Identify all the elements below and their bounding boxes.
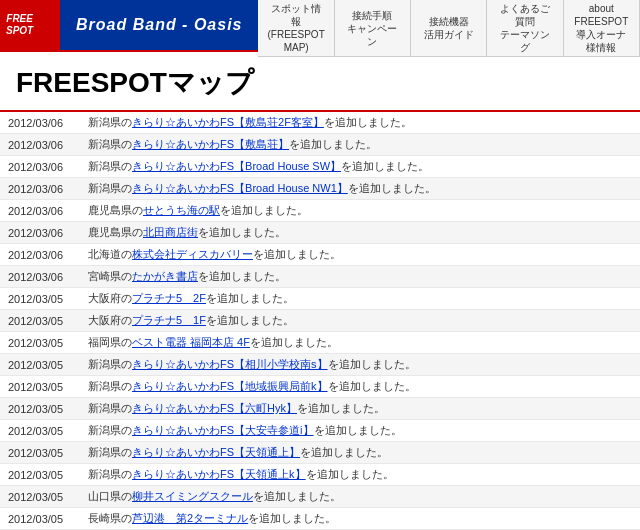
info-cell: 山口県の柳井スイミングスクールを追加しました。 [80,486,640,508]
date-cell: 2012/03/06 [0,112,80,134]
info-cell: 長崎県の芦辺港 第2ターミナルを追加しました。 [80,508,640,530]
info-cell: 新潟県のきらり☆あいかわFS【Broad House NW1】を追加しました。 [80,178,640,200]
table-row: 2012/03/05山口県の柳井スイミングスクールを追加しました。 [0,486,640,508]
info-cell: 新潟県のきらり☆あいかわFS【天領通上】を追加しました。 [80,442,640,464]
date-cell: 2012/03/05 [0,508,80,530]
table-row: 2012/03/05新潟県のきらり☆あいかわFS【六町Hyk】を追加しました。 [0,398,640,420]
date-cell: 2012/03/06 [0,244,80,266]
table-row: 2012/03/06鹿児島県の北田商店街を追加しました。 [0,222,640,244]
entry-link[interactable]: きらり☆あいかわFS【Broad House NW1】 [132,182,348,194]
date-cell: 2012/03/05 [0,486,80,508]
info-cell: 福岡県のベスト電器 福岡本店 4Fを追加しました。 [80,332,640,354]
entry-link[interactable]: きらり☆あいかわFS【敷島荘】 [132,138,289,150]
nav-device[interactable]: 接続機器活用ガイド [411,0,487,56]
entry-link[interactable]: ベスト電器 福岡本店 4F [132,336,250,348]
date-cell: 2012/03/05 [0,420,80,442]
date-cell: 2012/03/06 [0,222,80,244]
table-row: 2012/03/06宮崎県のたかがき書店を追加しました。 [0,266,640,288]
info-cell: 北海道の株式会社ディスカバリーを追加しました。 [80,244,640,266]
entry-link[interactable]: 芦辺港 第2ターミナル [132,512,248,524]
entry-link[interactable]: プラチナ5 2F [132,292,206,304]
info-cell: 新潟県のきらり☆あいかわFS【相川小学校南s】を追加しました。 [80,354,640,376]
date-cell: 2012/03/06 [0,200,80,222]
table-row: 2012/03/05大阪府のプラチナ5 2Fを追加しました。 [0,288,640,310]
date-cell: 2012/03/05 [0,288,80,310]
table-row: 2012/03/06鹿児島県のせとうち海の駅を追加しました。 [0,200,640,222]
entry-link[interactable]: きらり☆あいかわFS【天領通上】 [132,446,300,458]
entry-link[interactable]: 柳井スイミングスクール [132,490,253,502]
nav-top: スポット情報(FREESPOT MAP) 接続手順キャンペーン 接続機器活用ガイ… [258,0,640,57]
info-cell: 大阪府のプラチナ5 1Fを追加しました。 [80,310,640,332]
entry-link[interactable]: 北田商店街 [143,226,198,238]
nav-about[interactable]: about FREESPOT導入オーナ様情報 [564,0,640,56]
info-cell: 新潟県のきらり☆あいかわFS【天領通上k】を追加しました。 [80,464,640,486]
table-row: 2012/03/05新潟県のきらり☆あいかわFS【地域振興局前k】を追加しました… [0,376,640,398]
date-cell: 2012/03/06 [0,178,80,200]
info-cell: 新潟県のきらり☆あいかわFS【敷島荘】を追加しました。 [80,134,640,156]
table-row: 2012/03/05福岡県のベスト電器 福岡本店 4Fを追加しました。 [0,332,640,354]
entry-link[interactable]: 株式会社ディスカバリー [132,248,253,260]
table-row: 2012/03/05新潟県のきらり☆あいかわFS【大安寺参道i】を追加しました。 [0,420,640,442]
date-cell: 2012/03/06 [0,134,80,156]
entry-link[interactable]: せとうち海の駅 [143,204,220,216]
table-row: 2012/03/05新潟県のきらり☆あいかわFS【相川小学校南s】を追加しました… [0,354,640,376]
entry-link[interactable]: きらり☆あいかわFS【六町Hyk】 [132,402,297,414]
table-row: 2012/03/05長崎県の芦辺港 第2ターミナルを追加しました。 [0,508,640,530]
table-row: 2012/03/06北海道の株式会社ディスカバリーを追加しました。 [0,244,640,266]
entry-link[interactable]: きらり☆あいかわFS【大安寺参道i】 [132,424,314,436]
page-title: FREESPOTマップ [0,52,640,112]
table-row: 2012/03/06新潟県のきらり☆あいかわFS【Broad House NW1… [0,178,640,200]
date-cell: 2012/03/05 [0,464,80,486]
table-row: 2012/03/05新潟県のきらり☆あいかわFS【天領通上】を追加しました。 [0,442,640,464]
info-cell: 宮崎県のたかがき書店を追加しました。 [80,266,640,288]
table-row: 2012/03/05大阪府のプラチナ5 1Fを追加しました。 [0,310,640,332]
date-cell: 2012/03/05 [0,398,80,420]
date-cell: 2012/03/05 [0,310,80,332]
logo-area: FREESPOT [0,0,60,50]
nav-connect[interactable]: 接続手順キャンペーン [335,0,411,56]
nav-spot[interactable]: スポット情報(FREESPOT MAP) [258,0,334,56]
table-row: 2012/03/05新潟県のきらり☆あいかわFS【天領通上k】を追加しました。 [0,464,640,486]
logo-text: FREESPOT [6,13,33,37]
date-cell: 2012/03/05 [0,442,80,464]
info-cell: 鹿児島県の北田商店街を追加しました。 [80,222,640,244]
info-cell: 大阪府のプラチナ5 2Fを追加しました。 [80,288,640,310]
info-cell: 新潟県のきらり☆あいかわFS【地域振興局前k】を追加しました。 [80,376,640,398]
entry-link[interactable]: きらり☆あいかわFS【Broad House SW】 [132,160,341,172]
date-cell: 2012/03/05 [0,376,80,398]
entries-body: 2012/03/06新潟県のきらり☆あいかわFS【敷島荘2F客室】を追加しました… [0,112,640,530]
entry-link[interactable]: プラチナ5 1F [132,314,206,326]
nav-area: スポット情報(FREESPOT MAP) 接続手順キャンペーン 接続機器活用ガイ… [258,0,640,50]
date-cell: 2012/03/06 [0,156,80,178]
entry-link[interactable]: きらり☆あいかわFS【敷島荘2F客室】 [132,116,324,128]
info-cell: 新潟県のきらり☆あいかわFS【六町Hyk】を追加しました。 [80,398,640,420]
table-row: 2012/03/06新潟県のきらり☆あいかわFS【敷島荘】を追加しました。 [0,134,640,156]
info-cell: 新潟県のきらり☆あいかわFS【Broad House SW】を追加しました。 [80,156,640,178]
entry-link[interactable]: きらり☆あいかわFS【地域振興局前k】 [132,380,328,392]
info-cell: 鹿児島県のせとうち海の駅を追加しました。 [80,200,640,222]
date-cell: 2012/03/05 [0,354,80,376]
brand-area: Broad Band - Oasis [60,0,258,50]
table-row: 2012/03/06新潟県のきらり☆あいかわFS【敷島荘2F客室】を追加しました… [0,112,640,134]
nav-faq[interactable]: よくあるご質問テーマソング [487,0,563,56]
entries-table: 2012/03/06新潟県のきらり☆あいかわFS【敷島荘2F客室】を追加しました… [0,112,640,530]
table-row: 2012/03/06新潟県のきらり☆あいかわFS【Broad House SW】… [0,156,640,178]
entry-link[interactable]: たかがき書店 [132,270,198,282]
date-cell: 2012/03/05 [0,332,80,354]
info-cell: 新潟県のきらり☆あいかわFS【敷島荘2F客室】を追加しました。 [80,112,640,134]
entry-link[interactable]: きらり☆あいかわFS【相川小学校南s】 [132,358,328,370]
date-cell: 2012/03/06 [0,266,80,288]
entry-link[interactable]: きらり☆あいかわFS【天領通上k】 [132,468,306,480]
header: FREESPOT Broad Band - Oasis スポット情報(FREES… [0,0,640,52]
brand-label: Broad Band - Oasis [76,16,242,34]
info-cell: 新潟県のきらり☆あいかわFS【大安寺参道i】を追加しました。 [80,420,640,442]
